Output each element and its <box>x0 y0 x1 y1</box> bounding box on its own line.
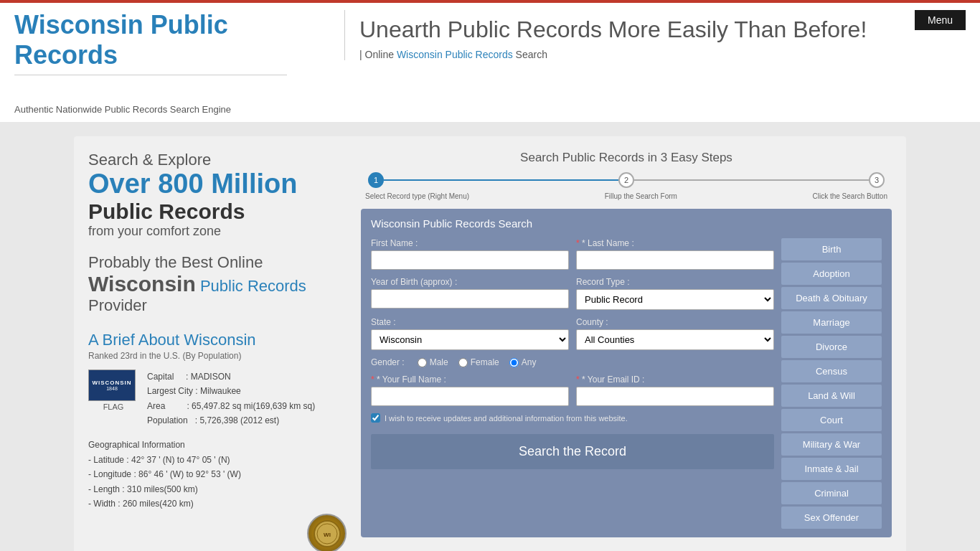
county-select[interactable]: All Counties <box>576 329 774 350</box>
gender-any-option[interactable]: Any <box>509 357 537 367</box>
search-button[interactable]: Search the Record <box>371 434 774 469</box>
provider-label: Provider <box>88 296 347 315</box>
menu-button[interactable]: Menu <box>915 10 966 30</box>
search-explore-label: Search & Explore <box>88 151 347 169</box>
subline-suffix: Search <box>513 49 547 60</box>
gender-any-radio[interactable] <box>509 358 519 367</box>
record-type-btn-military---war[interactable]: Military & War <box>781 433 882 456</box>
gender-row: Gender : Male Female Any <box>371 357 774 367</box>
step-1-circle: 1 <box>368 172 384 188</box>
record-type-btn-sex-offender[interactable]: Sex Offender <box>781 507 882 529</box>
steps-bar: 1 2 3 <box>361 172 892 188</box>
last-name-label: * * Last Name : <box>576 238 774 248</box>
search-form-box: Wisconsin Public Records Search First Na… <box>361 209 892 537</box>
over-800-label: Over 800 Million <box>88 169 347 199</box>
gender-any-label: Any <box>522 357 537 367</box>
flag-text-wi: WISCONSIN <box>92 380 131 386</box>
flag-box: WISCONSIN 1848 FLAG <box>88 369 138 411</box>
probably-best-label: Probably the Best Online Wisconsin Publi… <box>88 253 347 296</box>
gender-male-label: Male <box>430 357 448 367</box>
record-type-group: Record Type : Public Record <box>576 277 774 310</box>
last-name-group: * * Last Name : <box>576 238 774 270</box>
top-bar: Wisconsin Public Records Authentic Natio… <box>0 0 980 122</box>
left-panel: Search & Explore Over 800 Million Public… <box>88 151 347 551</box>
name-row: First Name : * * Last Name : <box>371 238 774 270</box>
record-types-panel: BirthAdoptionDeath & ObituaryMarriageDiv… <box>781 238 882 529</box>
search-form-title: Wisconsin Public Records Search <box>371 217 882 230</box>
last-name-input[interactable] <box>576 250 774 270</box>
capital-label: Capital <box>147 372 174 382</box>
step-label-3: Click the Search Button <box>812 192 887 200</box>
gender-label: Gender : <box>371 357 405 367</box>
wisconsin-label: Wisconsin <box>88 272 196 296</box>
record-type-btn-court[interactable]: Court <box>781 409 882 431</box>
state-group: State : Wisconsin <box>371 317 569 350</box>
checkbox-label: I wish to receive updates and additional… <box>385 414 628 423</box>
record-type-btn-birth[interactable]: Birth <box>781 238 882 260</box>
first-name-group: First Name : <box>371 238 569 270</box>
ranked-label: Ranked 23rd in the U.S. (By Population) <box>88 351 347 361</box>
record-type-btn-divorce[interactable]: Divorce <box>781 336 882 358</box>
gender-female-label: Female <box>471 357 499 367</box>
geo-line-2: - Length : 310 miles(500 km) <box>88 482 347 496</box>
updates-checkbox[interactable] <box>371 413 380 423</box>
public-records-2-label: Public Records <box>200 277 306 295</box>
full-name-group: * * Your Full Name : <box>371 375 569 406</box>
seal-section: - % water : 17% WI SEAL <box>88 514 347 551</box>
record-type-btn-inmate---jail[interactable]: Inmate & Jail <box>781 458 882 480</box>
public-records-large-label: Public Records <box>88 199 347 224</box>
header-headline: Unearth Public Records More Easily Than … <box>359 16 966 43</box>
step-line-1 <box>384 179 618 181</box>
record-type-btn-census[interactable]: Census <box>781 360 882 382</box>
county-label: County : <box>576 317 774 327</box>
flag-image: WISCONSIN 1848 <box>88 369 136 401</box>
svg-text:WI: WI <box>324 532 331 538</box>
state-select[interactable]: Wisconsin <box>371 329 569 350</box>
subline-prefix: | Online <box>359 49 397 60</box>
record-type-btn-marriage[interactable]: Marriage <box>781 311 882 334</box>
gender-male-radio[interactable] <box>418 358 427 367</box>
geo-line-0: - Latitude : 42° 37 ' (N) to 47° 05 ' (N… <box>88 453 347 467</box>
step-label-2: Fillup the Search Form <box>605 192 677 200</box>
population-value: : 5,726,398 (2012 est) <box>195 415 279 425</box>
county-group: County : All Counties <box>576 317 774 350</box>
first-name-input[interactable] <box>371 250 569 270</box>
step-line-2 <box>634 179 869 181</box>
flag-year: 1848 <box>106 386 118 391</box>
population-row: Population : 5,726,398 (2012 est) <box>147 413 315 428</box>
header-right: Unearth Public Records More Easily Than … <box>344 10 966 60</box>
form-fields: First Name : * * Last Name : Year of Bir… <box>371 238 774 529</box>
record-type-select[interactable]: Public Record <box>576 289 774 310</box>
steps-labels: Select Record type (Right Menu) Fillup t… <box>361 192 892 200</box>
gender-female-radio[interactable] <box>458 358 468 367</box>
gender-female-option[interactable]: Female <box>458 357 499 367</box>
email-group: * * Your Email ID : <box>576 375 774 406</box>
state-label: State : <box>371 317 569 327</box>
largest-city-value: Milwaukee <box>200 386 241 396</box>
record-type-btn-death---obituary[interactable]: Death & Obituary <box>781 287 882 309</box>
first-name-label: First Name : <box>371 238 569 248</box>
email-input[interactable] <box>576 387 774 406</box>
geo-title: Geographical Information <box>88 438 347 452</box>
full-name-input[interactable] <box>371 387 569 406</box>
state-county-row: State : Wisconsin County : All Counties <box>371 317 774 350</box>
logo-title: Wisconsin Public Records <box>14 10 330 70</box>
form-body: First Name : * * Last Name : Year of Bir… <box>371 238 882 529</box>
record-type-btn-criminal[interactable]: Criminal <box>781 482 882 504</box>
main-content: Search & Explore Over 800 Million Public… <box>74 136 906 551</box>
record-type-btn-adoption[interactable]: Adoption <box>781 263 882 285</box>
seal-image: WI <box>307 514 347 551</box>
logo-text-plain: Wisconsin <box>14 10 151 39</box>
yob-group: Year of Birth (approx) : <box>371 277 569 310</box>
geo-line-3: - Width : 260 miles(420 km) <box>88 496 347 511</box>
gender-male-option[interactable]: Male <box>418 357 448 367</box>
record-type-btn-land---will[interactable]: Land & Will <box>781 385 882 407</box>
logo-tagline: Authentic Nationwide Public Records Sear… <box>14 104 330 115</box>
step-label-1: Select Record type (Right Menu) <box>365 192 469 200</box>
header-subline: | Online Wisconsin Public Records Search <box>359 49 966 60</box>
checkbox-row: I wish to receive updates and additional… <box>371 413 774 423</box>
area-value: : 65,497.82 sq mi(169,639 km sq) <box>187 401 315 411</box>
yob-input[interactable] <box>371 289 569 309</box>
logo-section: Wisconsin Public Records Authentic Natio… <box>14 10 344 115</box>
email-label: * * Your Email ID : <box>576 375 774 385</box>
